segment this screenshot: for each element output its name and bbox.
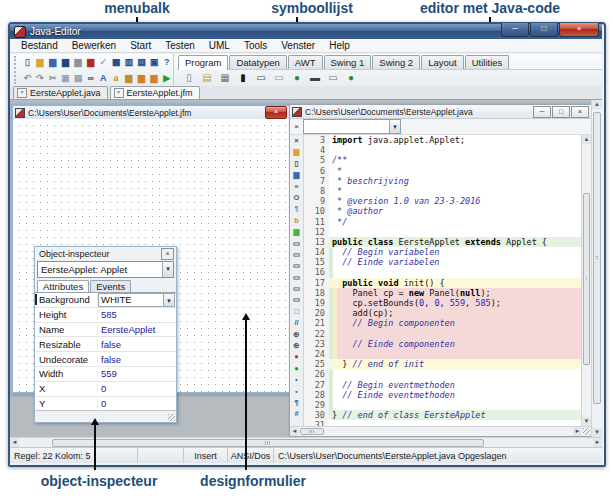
editor-close-button[interactable]: × (571, 106, 589, 118)
code-line-7[interactable]: 7 * beschrijving (304, 176, 581, 186)
code-pane[interactable]: 3import java.applet.Applet;45/**6 *7 * b… (304, 135, 581, 426)
property-value-combo[interactable]: WHITE▾ (98, 293, 175, 307)
code-line-4[interactable]: 4 (304, 145, 581, 155)
close-button[interactable]: × (559, 23, 599, 37)
toolbar-compile-icon[interactable]: ▆ (85, 57, 96, 68)
code-line-10[interactable]: 10 * @author (304, 206, 581, 216)
palette-main-class-icon[interactable]: ▤ (201, 72, 213, 84)
tab-close-icon[interactable]: × (17, 88, 27, 98)
property-row-height[interactable]: Height585 (35, 308, 176, 323)
toolbar-structogram-icon[interactable]: ▦ (111, 57, 122, 68)
code-line-28[interactable]: 28 // Einde eventmethoden (304, 390, 581, 400)
strip-icon-8[interactable]: ▆ (290, 226, 303, 237)
code-line-8[interactable]: 8 * (304, 186, 581, 196)
code-line-20[interactable]: 20 add(cp); (304, 308, 581, 318)
code-line-13[interactable]: 13public class EersteApplet extends Appl… (304, 237, 581, 247)
scroll-down-icon[interactable]: ▼ (582, 417, 591, 426)
inspector-titlebar[interactable]: Object-inspecteur × (35, 247, 176, 260)
strip-icon-5[interactable]: O (290, 192, 303, 203)
menu-item-venster[interactable]: Venster (274, 40, 322, 51)
code-line-15[interactable]: 15 // Einde variabelen (304, 257, 581, 267)
menu-item-start[interactable]: Start (123, 40, 158, 51)
toolbar-copy-icon[interactable]: ▣ (60, 73, 71, 84)
strip-icon-1[interactable]: ▆ (290, 146, 303, 157)
chevron-down-icon[interactable]: ▾ (162, 262, 173, 277)
code-line-29[interactable]: 29 (304, 400, 581, 410)
code-line-14[interactable]: 14 // Begin variabelen (304, 247, 581, 257)
strip-icon-24[interactable]: # (290, 408, 303, 419)
menu-item-help[interactable]: Help (322, 40, 357, 51)
toolbar-font-size-icon[interactable]: A (98, 73, 109, 84)
palette-program-icon[interactable]: ▯ (183, 72, 195, 84)
inspector-object-selector[interactable]: EersteApplet: Applet ▾ (37, 261, 174, 278)
toolbar-redo-icon[interactable]: ↷ (35, 73, 46, 84)
code-line-22[interactable]: 22 (304, 329, 581, 339)
editor-maximize-button[interactable]: □ (552, 106, 570, 118)
code-line-9[interactable]: 9 * @version 1.0 van 23-3-2016 (304, 196, 581, 206)
toolbar-code-style-icon[interactable]: a (111, 73, 122, 84)
strip-icon-17[interactable]: ⊕ (290, 329, 303, 340)
palette-tab-awt[interactable]: AWT (288, 55, 323, 69)
palette-console-icon[interactable]: ▮ (237, 72, 249, 84)
property-row-width[interactable]: Width559 (35, 367, 176, 382)
strip-icon-2[interactable]: ▯ (290, 158, 303, 169)
minimize-button[interactable]: ─ (501, 23, 529, 37)
code-line-19[interactable]: 19 cp.setBounds(0, 0, 559, 585); (304, 298, 581, 308)
strip-icon-9[interactable]: ▭ (290, 238, 303, 249)
property-row-x[interactable]: X0 (35, 382, 176, 397)
palette-frame-icon[interactable]: ▭ (255, 72, 267, 84)
code-line-18[interactable]: 18 Panel cp = new Panel(null); (304, 288, 581, 298)
strip-icon-13[interactable]: ▭ (290, 283, 303, 294)
palette-tab-layout[interactable]: Layout (421, 55, 464, 69)
code-line-30[interactable]: 30} // end of class EersteApplet (304, 410, 581, 420)
strip-icon-20[interactable]: ● (290, 363, 303, 374)
palette-japplet-icon[interactable]: ● (345, 72, 357, 84)
menu-item-bestand[interactable]: Bestand (14, 40, 65, 51)
toolbar-open-file-icon[interactable]: ▆ (35, 57, 46, 68)
code-line-17[interactable]: 17 public void init() { (304, 278, 581, 288)
strip-icon-14[interactable]: ▭ (290, 294, 303, 305)
editor-minimize-button[interactable]: ─ (533, 106, 551, 118)
toolbar-save-icon[interactable]: ▆ (47, 57, 58, 68)
scroll-up-icon[interactable]: ▲ (582, 135, 591, 144)
palette-jframe-icon[interactable]: ▬ (309, 72, 321, 84)
property-row-resizable[interactable]: Resizablefalse (35, 337, 176, 352)
toolbar-deploy-icon[interactable]: ▆ (136, 73, 147, 84)
strip-icon-16[interactable]: // (290, 317, 303, 328)
strip-icon-12[interactable]: ▭ (290, 272, 303, 283)
toolbar-new-file-icon[interactable]: ▯ (22, 57, 33, 68)
toolbar-paste-icon[interactable]: ▤ (73, 73, 84, 84)
menu-item-tools[interactable]: Tools (237, 40, 274, 51)
code-editor-titlebar[interactable]: C:\Users\User\Documents\EersteApplet.jav… (290, 105, 591, 119)
toolbar-jar-icon[interactable]: ▆ (123, 73, 134, 84)
editor-horizontal-scrollbar[interactable]: ◄ ► (290, 426, 591, 436)
toolbar-save-all-icon[interactable]: ▆ (60, 57, 71, 68)
property-row-name[interactable]: NameEersteApplet (35, 323, 176, 338)
strip-icon-4[interactable]: ≡ (290, 181, 303, 192)
scroll-left-icon[interactable]: ◄ (290, 427, 299, 436)
property-row-y[interactable]: Y0 (35, 397, 176, 410)
strip-icon-7[interactable]: b (290, 215, 303, 226)
code-line-3[interactable]: 3import java.applet.Applet; (304, 135, 581, 145)
tab-close-icon[interactable]: × (114, 88, 124, 98)
code-line-27[interactable]: 27 // Begin eventmethoden (304, 380, 581, 390)
strip-icon-11[interactable]: ▭ (290, 260, 303, 271)
inspector-tab-attributes[interactable]: Attributes (37, 280, 89, 292)
menu-item-testen[interactable]: Testen (158, 40, 201, 51)
menu-item-uml[interactable]: UML (202, 40, 237, 51)
scroll-up-icon[interactable]: ▲ (592, 100, 602, 109)
code-line-12[interactable]: 12 (304, 227, 581, 237)
strip-icon-6[interactable]: ¶ (290, 203, 303, 214)
editor-tab-eersteapplet.java[interactable]: ×EersteApplet.java (13, 86, 108, 99)
strip-icon-18[interactable]: ⊕ (290, 340, 303, 351)
code-line-5[interactable]: 5/** (304, 155, 581, 165)
palette-dialog-icon[interactable]: ▭ (273, 72, 285, 84)
maximize-button[interactable]: □ (530, 23, 558, 37)
toolbar-cut-icon[interactable]: ✂ (47, 73, 58, 84)
toolbar-check-icon[interactable]: ✓ (98, 57, 109, 68)
toolbar-help-icon[interactable]: ? (161, 57, 172, 68)
strip-icon-19[interactable]: ● (290, 351, 303, 362)
strip-icon-3[interactable]: ▆ (290, 169, 303, 180)
code-line-11[interactable]: 11 */ (304, 217, 581, 227)
code-line-25[interactable]: 25 } // end of init (304, 359, 581, 369)
